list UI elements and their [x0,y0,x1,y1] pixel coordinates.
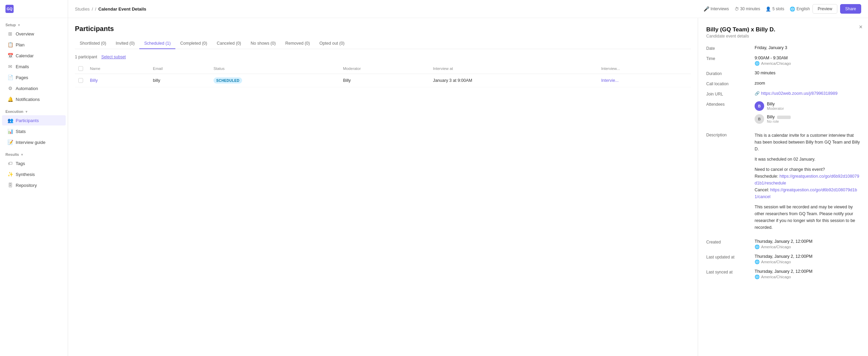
language-icon: 🌐 [790,6,795,12]
topbar-right: Preview Share [812,4,861,14]
desc-para-2: It was scheduled on 02 January. [755,156,860,163]
topbar-duration: ⏱ 30 minutes [735,6,760,12]
breadcrumb-studies[interactable]: Studies [75,6,90,12]
last-updated-value: Thursday, January 2, 12:00PM [755,254,860,259]
topbar-slots-label: 5 slots [772,6,784,11]
duration-label: Duration [706,71,751,76]
duration-value: 30 minutes [755,71,860,75]
sidebar-item-label: Synthesis [16,172,35,177]
sidebar-item-overview[interactable]: ⊞ Overview [2,29,66,39]
tab-canceled[interactable]: Canceled (0) [212,38,246,49]
sidebar-logo: GQ [0,0,68,18]
avatar-1: B [755,101,764,111]
col-name: Name [86,63,149,74]
cancel-link[interactable]: https://greatquestion.co/go/d6b92d108079… [755,188,857,199]
topbar-language-label: English [796,6,810,11]
desc-para-4: This session will be recorded and may be… [755,204,860,231]
tab-scheduled[interactable]: Scheduled (1) [139,38,175,49]
slots-icon: 👤 [766,6,771,12]
created-value-container: Thursday, January 2, 12:00PM 🌐 America/C… [755,239,860,249]
tab-optedout[interactable]: Opted out (0) [315,38,349,49]
desc-para-3: Need to cancel or change this event? Res… [755,166,860,200]
tab-removed[interactable]: Removed (0) [281,38,315,49]
execution-section-header: Execution ▾ [0,105,68,115]
globe-icon-2: 🌐 [755,244,760,249]
sidebar-item-interview-guide[interactable]: 📝 Interview guide [2,137,66,147]
topbar-interviews-label: Interviews [711,6,729,11]
setup-label: Setup [5,23,16,27]
sidebar-item-label: Calendar [16,53,34,58]
sidebar-item-tags[interactable]: 🏷 Tags [2,158,66,168]
last-synced-timezone: 🌐 America/Chicago [755,275,860,279]
sidebar-item-label: Participants [16,118,39,123]
sidebar-item-plan[interactable]: 📋 Plan [2,40,66,50]
status-badge: SCHEDULED [214,77,242,84]
topbar-slots: 👤 5 slots [766,6,784,12]
reschedule-link[interactable]: https://greatquestion.co/go/d6b92d108079… [755,174,859,186]
sidebar-item-pages[interactable]: 📄 Pages [2,72,66,83]
synthesis-icon: ✨ [7,172,13,177]
time-value-container: 9:00AM - 9:30AM 🌐 America/Chicago [755,56,860,66]
join-url-value[interactable]: 🔗 https://us02web.zoom.us/j/87996318989 [755,91,860,96]
sidebar: GQ Setup ▾ ⊞ Overview 📋 Plan 📅 Calendar … [0,0,68,356]
interview-guide-icon: 📝 [7,139,13,145]
logo-icon: GQ [5,5,14,13]
preview-button[interactable]: Preview [812,4,837,14]
duration-icon: ⏱ [735,6,739,12]
stats-icon: 📊 [7,129,13,134]
tab-noshows[interactable]: No shows (0) [246,38,281,49]
results-label: Results [5,152,19,157]
attendees-list: B Billy Moderator B Billy [755,101,860,127]
results-chevron-icon: ▾ [21,153,23,157]
external-link-icon: 🔗 [755,91,760,96]
sidebar-item-label: Plan [16,42,25,47]
breadcrumb-sep2: / [95,6,96,12]
detail-subtitle: Candidate event details [706,34,860,39]
call-location-value: zoom [755,81,860,86]
results-section-header: Results ▾ [0,148,68,158]
tab-shortlisted[interactable]: Shortlisted (0) [75,38,111,49]
sidebar-item-label: Notifications [16,97,40,102]
sidebar-item-repository[interactable]: 🗄 Repository [2,180,66,190]
sidebar-item-automation[interactable]: ⚙ Automation [2,83,66,93]
tab-invited[interactable]: Invited (0) [111,38,140,49]
sidebar-item-emails[interactable]: ✉ Emails [2,61,66,72]
sidebar-item-participants[interactable]: 👥 Participants [2,115,66,125]
tab-completed[interactable]: Completed (0) [175,38,212,49]
join-url-label: Join URL [706,91,751,97]
select-all-checkbox[interactable] [78,66,83,71]
row-checkbox[interactable] [78,78,83,83]
topbar: Studies / / Calendar Event Details 🎤 Int… [68,0,868,18]
sidebar-item-label: Emails [16,64,29,69]
emails-icon: ✉ [7,64,13,69]
sidebar-item-stats[interactable]: 📊 Stats [2,126,66,136]
description-text: This is a calendar invite for a customer… [755,132,860,234]
col-interview-at: Interview at [429,63,598,74]
participant-name[interactable]: Billy [90,78,98,83]
attendee-name-1: Billy [767,102,784,106]
interviews-icon: 🎤 [704,6,709,12]
detail-close-button[interactable]: × [859,24,863,31]
call-location-label: Call location [706,81,751,86]
participants-area: Participants Shortlisted (0) Invited (0)… [68,18,698,356]
breadcrumb: Studies / / Calendar Event Details [75,6,701,12]
plan-icon: 📋 [7,42,13,47]
time-label: Time [706,56,751,61]
setup-section-header: Setup ▾ [0,18,68,28]
share-button[interactable]: Share [840,4,861,14]
breadcrumb-current: Calendar Event Details [98,6,146,12]
sidebar-item-calendar[interactable]: 📅 Calendar [2,50,66,61]
sidebar-item-label: Pages [16,75,28,80]
interview-link[interactable]: Intervie... [601,78,618,83]
automation-icon: ⚙ [7,86,13,91]
sidebar-item-label: Interview guide [16,140,45,145]
participant-count: 1 participant [75,55,97,59]
col-interview-link: Interview... [598,63,691,74]
sidebar-item-notifications[interactable]: 🔔 Notifications [2,94,66,104]
topbar-language: 🌐 English [790,6,810,12]
sidebar-item-synthesis[interactable]: ✨ Synthesis [2,169,66,179]
select-subset-link[interactable]: Select subset [101,55,126,59]
sidebar-item-label: Overview [16,31,34,36]
last-updated-timezone: 🌐 America/Chicago [755,259,860,264]
sidebar-item-label: Tags [16,161,25,166]
